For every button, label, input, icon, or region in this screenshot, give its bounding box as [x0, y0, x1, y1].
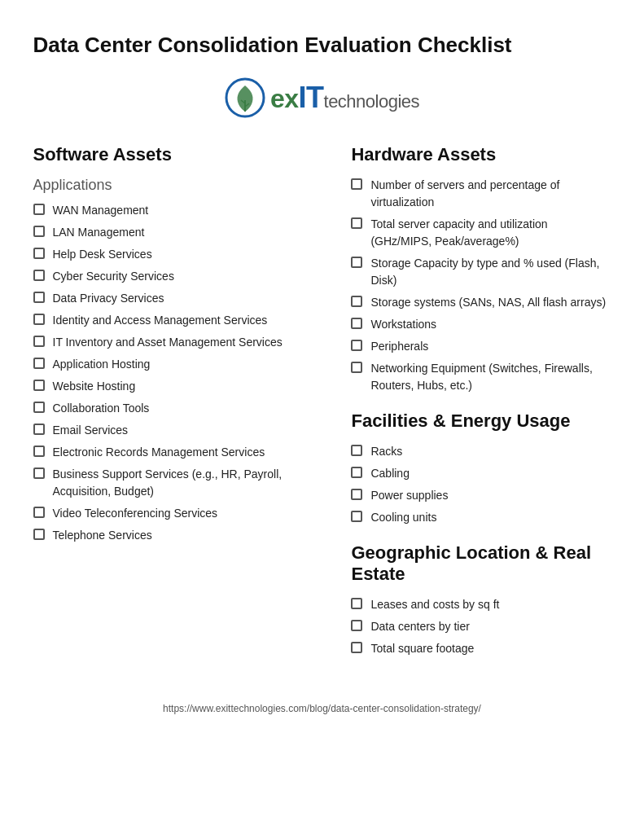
checkbox[interactable] — [33, 248, 45, 259]
checkbox[interactable] — [351, 318, 362, 329]
checkbox[interactable] — [351, 445, 362, 456]
checkbox[interactable] — [33, 336, 45, 347]
checkbox[interactable] — [351, 296, 362, 307]
list-item: Help Desk Services — [33, 246, 319, 263]
list-item: IT Inventory and Asset Management Servic… — [33, 334, 319, 351]
logo-ex: ex — [270, 84, 299, 113]
item-label: Leases and costs by sq ft — [370, 596, 499, 613]
list-item: Identity and Access Management Services — [33, 312, 319, 329]
checkbox[interactable] — [33, 507, 45, 518]
list-item: Video Teleconferencing Services — [33, 505, 319, 522]
checkbox[interactable] — [33, 314, 45, 325]
item-label: Cooling units — [370, 509, 436, 526]
right-column: Hardware Assets Number of servers and pe… — [351, 144, 611, 670]
item-label: Data centers by tier — [370, 618, 469, 635]
item-label: Data Privacy Services — [53, 290, 164, 307]
item-label: Storage systems (SANs, NAS, All flash ar… — [370, 294, 606, 311]
logo-icon — [225, 77, 265, 118]
checkbox[interactable] — [33, 226, 45, 237]
item-label: Collaboration Tools — [53, 400, 150, 417]
checkbox[interactable] — [351, 642, 362, 653]
geo-checklist: Leases and costs by sq ftData centers by… — [351, 596, 611, 657]
facilities-title: Facilities & Energy Usage — [351, 410, 611, 432]
item-label: Networking Equipment (Switches, Firewall… — [370, 360, 611, 394]
list-item: Racks — [351, 443, 611, 460]
checkbox[interactable] — [33, 292, 45, 303]
checkbox[interactable] — [351, 257, 362, 268]
list-item: Website Hosting — [33, 378, 319, 395]
checkbox[interactable] — [33, 358, 45, 369]
item-label: LAN Management — [53, 224, 145, 241]
geo-section: Geographic Location & Real Estate Leases… — [351, 542, 611, 657]
checkbox[interactable] — [33, 424, 45, 435]
list-item: Number of servers and percentage of virt… — [351, 177, 611, 211]
checkbox[interactable] — [33, 204, 45, 215]
item-label: Total square footage — [370, 640, 474, 657]
checkbox[interactable] — [351, 511, 362, 522]
checkbox[interactable] — [351, 620, 362, 631]
checkbox[interactable] — [33, 529, 45, 540]
checkbox[interactable] — [351, 217, 362, 229]
left-column: Software Assets Applications WAN Managem… — [33, 144, 319, 557]
applications-subtitle: Applications — [33, 177, 319, 194]
checkbox[interactable] — [351, 467, 362, 478]
item-label: Number of servers and percentage of virt… — [370, 177, 611, 211]
checkbox[interactable] — [351, 362, 362, 373]
hardware-assets-title: Hardware Assets — [351, 144, 611, 165]
logo-technologies: technologies — [324, 91, 420, 112]
item-label: Email Services — [53, 422, 129, 439]
footer-url: https://www.exittechnologies.com/blog/da… — [163, 703, 481, 714]
item-label: Racks — [370, 443, 402, 460]
list-item: Storage systems (SANs, NAS, All flash ar… — [351, 294, 611, 311]
item-label: Peripherals — [370, 338, 428, 355]
item-label: Power supplies — [370, 487, 448, 504]
item-label: WAN Management — [53, 202, 149, 219]
list-item: Networking Equipment (Switches, Firewall… — [351, 360, 611, 394]
logo-it: IT — [299, 81, 324, 114]
page: Data Center Consolidation Evaluation Che… — [17, 0, 628, 747]
item-label: Cabling — [370, 465, 409, 482]
hardware-checklist: Number of servers and percentage of virt… — [351, 177, 611, 394]
list-item: Total square footage — [351, 640, 611, 657]
list-item: Cooling units — [351, 509, 611, 526]
list-item: Cyber Security Services — [33, 268, 319, 285]
item-label: Electronic Records Management Services — [53, 444, 265, 461]
checkbox[interactable] — [351, 598, 362, 609]
list-item: Data Privacy Services — [33, 290, 319, 307]
item-label: Help Desk Services — [53, 246, 152, 263]
list-item: Collaboration Tools — [33, 400, 319, 417]
list-item: Workstations — [351, 316, 611, 333]
list-item: Email Services — [33, 422, 319, 439]
list-item: Storage Capacity by type and % used (Fla… — [351, 255, 611, 289]
list-item: Peripherals — [351, 338, 611, 355]
item-label: IT Inventory and Asset Management Servic… — [53, 334, 283, 351]
item-label: Identity and Access Management Services — [53, 312, 268, 329]
checkbox[interactable] — [33, 270, 45, 281]
item-label: Workstations — [370, 316, 436, 333]
item-label: Video Teleconferencing Services — [53, 505, 218, 522]
checkbox[interactable] — [33, 380, 45, 391]
checkbox[interactable] — [33, 446, 45, 457]
list-item: Application Hosting — [33, 356, 319, 373]
list-item: LAN Management — [33, 224, 319, 241]
logo-area: exITtechnologies — [33, 77, 611, 118]
facilities-checklist: RacksCablingPower suppliesCooling units — [351, 443, 611, 526]
item-label: Storage Capacity by type and % used (Fla… — [370, 255, 611, 289]
footer: https://www.exittechnologies.com/blog/da… — [33, 670, 611, 714]
list-item: WAN Management — [33, 202, 319, 219]
checkbox[interactable] — [33, 402, 45, 413]
checkbox[interactable] — [351, 340, 362, 351]
list-item: Cabling — [351, 465, 611, 482]
item-label: Cyber Security Services — [53, 268, 174, 285]
checkbox[interactable] — [351, 489, 362, 500]
item-label: Telephone Services — [53, 527, 152, 544]
list-item: Power supplies — [351, 487, 611, 504]
checkbox[interactable] — [351, 178, 362, 190]
list-item: Business Support Services (e.g., HR, Pay… — [33, 466, 319, 500]
item-label: Total server capacity and utilization (G… — [370, 216, 611, 250]
checkbox[interactable] — [33, 467, 45, 479]
item-label: Business Support Services (e.g., HR, Pay… — [53, 466, 319, 500]
software-assets-title: Software Assets — [33, 144, 319, 165]
list-item: Data centers by tier — [351, 618, 611, 635]
list-item: Total server capacity and utilization (G… — [351, 216, 611, 250]
